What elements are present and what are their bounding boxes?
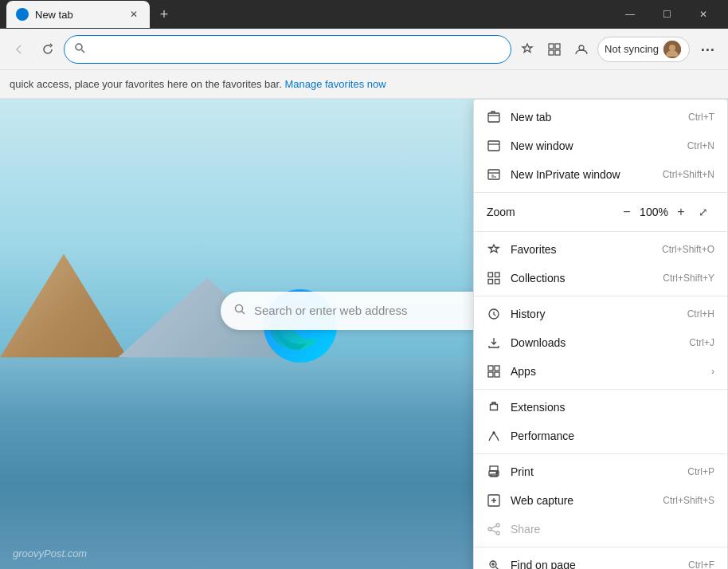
window-controls: — ☐ ✕ (612, 0, 722, 29)
zoom-minus-button[interactable]: − (616, 201, 638, 223)
manage-favorites-link[interactable]: Manage favorites now (284, 78, 386, 90)
nav-icons (515, 37, 594, 62)
new-inprivate-shortcut: Ctrl+Shift+N (663, 169, 714, 180)
performance-icon (487, 429, 501, 443)
collections-label: Collections (511, 272, 653, 284)
menu-item-new-window[interactable]: New window Ctrl+N (474, 131, 727, 160)
svg-point-0 (76, 44, 82, 50)
sync-label: Not syncing (605, 43, 659, 55)
svg-rect-20 (488, 366, 493, 371)
downloads-icon (487, 336, 501, 350)
zoom-label: Zoom (487, 206, 616, 218)
svg-rect-15 (488, 273, 493, 277)
menu-item-new-inprivate[interactable]: New InPrivate window Ctrl+Shift+N (474, 160, 727, 189)
apps-icon (487, 364, 501, 379)
close-button[interactable]: ✕ (685, 0, 722, 29)
menu-item-history[interactable]: History Ctrl+H (474, 300, 727, 328)
new-inprivate-label: New InPrivate window (511, 168, 653, 181)
profile-button[interactable] (569, 37, 594, 62)
tab-title: New tab (35, 9, 121, 21)
find-on-page-label: Find on page (511, 559, 679, 569)
new-window-shortcut: Ctrl+N (687, 140, 714, 151)
performance-label: Performance (511, 430, 714, 442)
collections-icon (487, 271, 501, 285)
history-shortcut: Ctrl+H (687, 308, 714, 320)
svg-line-11 (242, 311, 245, 314)
search-box[interactable]: Search or enter web address (221, 292, 507, 330)
menu-item-web-capture[interactable]: Web capture Ctrl+Shift+S (474, 486, 727, 515)
menu-item-print[interactable]: Print Ctrl+P (474, 457, 727, 486)
tab-close-button[interactable]: ✕ (127, 8, 140, 21)
divider-6 (474, 547, 727, 547)
svg-point-8 (669, 45, 675, 51)
new-window-label: New window (511, 139, 678, 152)
new-tab-button[interactable]: + (153, 3, 175, 26)
search-icon (74, 42, 85, 56)
zoom-row: Zoom − 100% + ⤢ (474, 196, 727, 228)
active-tab[interactable]: New tab ✕ (6, 1, 150, 28)
context-menu: New tab Ctrl+T New window Ctrl+N (473, 99, 728, 569)
svg-point-10 (236, 304, 243, 312)
new-tab-label: New tab (511, 111, 679, 124)
svg-line-1 (82, 50, 85, 53)
print-shortcut: Ctrl+P (687, 466, 714, 477)
title-bar: New tab ✕ + — ☐ ✕ (0, 0, 728, 29)
zoom-plus-button[interactable]: + (670, 201, 692, 223)
tab-icon (487, 110, 501, 124)
share-icon (487, 522, 501, 536)
address-bar[interactable] (64, 35, 511, 64)
divider-5 (474, 453, 727, 454)
svg-point-28 (496, 473, 498, 474)
url-input[interactable] (92, 43, 501, 56)
svg-rect-25 (490, 466, 498, 471)
findonpage-icon (487, 558, 501, 569)
collections-button[interactable] (542, 37, 567, 62)
svg-rect-4 (549, 50, 554, 55)
sync-button[interactable]: Not syncing (597, 37, 690, 62)
menu-item-share: Share (474, 515, 727, 543)
svg-rect-12 (488, 113, 499, 122)
svg-rect-5 (555, 50, 560, 55)
menu-item-favorites[interactable]: Favorites Ctrl+Shift+O (474, 235, 727, 264)
favorites-star-button[interactable] (515, 37, 540, 62)
menu-item-apps[interactable]: Apps › (474, 357, 727, 386)
main-area: Search or enter web address groovyPost.c… (0, 99, 728, 569)
favorites-shortcut: Ctrl+Shift+O (662, 244, 714, 255)
collections-shortcut: Ctrl+Shift+Y (663, 273, 714, 284)
svg-point-31 (488, 528, 491, 531)
back-button[interactable] (6, 37, 32, 62)
nav-bar: Not syncing ⋯ (0, 29, 728, 70)
svg-rect-17 (488, 280, 493, 284)
svg-rect-16 (495, 273, 500, 277)
web-capture-shortcut: Ctrl+Shift+S (663, 495, 714, 506)
svg-point-24 (493, 432, 495, 434)
svg-rect-18 (495, 280, 500, 284)
divider-1 (474, 192, 727, 193)
menu-item-performance[interactable]: Performance (474, 422, 727, 450)
more-button[interactable]: ⋯ (693, 37, 722, 62)
share-label: Share (511, 523, 714, 536)
menu-item-extensions[interactable]: Extensions (474, 393, 727, 422)
extensions-icon (487, 400, 501, 414)
menu-item-collections[interactable]: Collections Ctrl+Shift+Y (474, 264, 727, 292)
avatar (663, 41, 681, 58)
menu-item-new-tab[interactable]: New tab Ctrl+T (474, 103, 727, 131)
inprivate-icon (487, 167, 501, 182)
new-tab-shortcut: Ctrl+T (688, 112, 714, 123)
menu-item-downloads[interactable]: Downloads Ctrl+J (474, 328, 727, 357)
maximize-button[interactable]: ☐ (648, 0, 685, 29)
zoom-expand-button[interactable]: ⤢ (692, 201, 714, 223)
web-capture-label: Web capture (511, 494, 653, 507)
minimize-button[interactable]: — (612, 0, 648, 29)
search-box-placeholder: Search or enter web address (254, 304, 408, 317)
print-label: Print (511, 465, 678, 478)
favorites-icon (487, 242, 501, 257)
svg-rect-21 (495, 366, 499, 371)
divider-4 (474, 389, 727, 390)
refresh-button[interactable] (35, 37, 61, 62)
apps-label: Apps (511, 365, 692, 378)
favorites-bar-text: quick access, place your favorites here … (10, 78, 282, 90)
search-box-icon (233, 303, 246, 319)
svg-point-30 (496, 524, 499, 527)
menu-item-find-on-page[interactable]: Find on page Ctrl+F (474, 551, 727, 569)
